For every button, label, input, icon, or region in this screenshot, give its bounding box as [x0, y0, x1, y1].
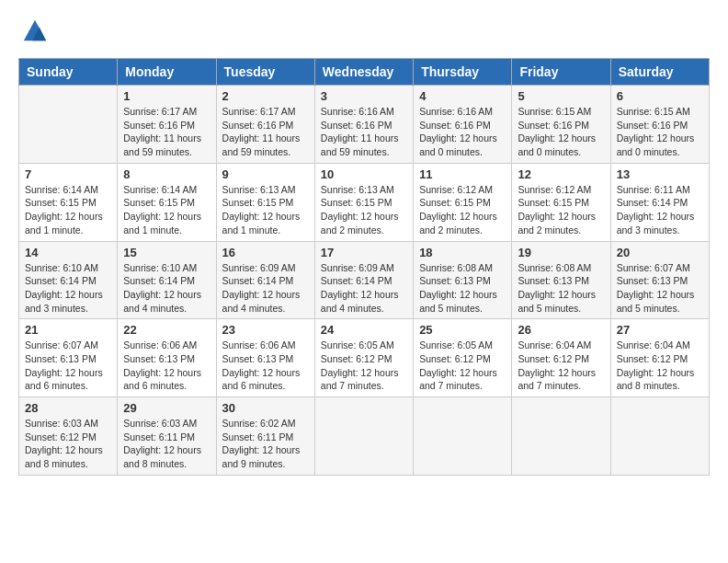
day-cell-1: 1Sunrise: 6:17 AMSunset: 6:16 PMDaylight…: [118, 86, 216, 164]
empty-cell: [414, 397, 512, 476]
empty-cell: [19, 86, 118, 164]
page-header: [18, 18, 710, 49]
day-cell-3: 3Sunrise: 6:16 AMSunset: 6:16 PMDaylight…: [314, 86, 413, 164]
day-cell-21: 21Sunrise: 6:07 AMSunset: 6:13 PMDayligh…: [19, 319, 118, 397]
day-cell-13: 13Sunrise: 6:11 AMSunset: 6:14 PMDayligh…: [610, 163, 709, 241]
day-info: Sunrise: 6:08 AMSunset: 6:13 PMDaylight:…: [518, 261, 604, 316]
week-row-2: 7Sunrise: 6:14 AMSunset: 6:15 PMDaylight…: [19, 163, 710, 241]
day-header-friday: Friday: [512, 59, 610, 86]
day-cell-14: 14Sunrise: 6:10 AMSunset: 6:14 PMDayligh…: [19, 241, 118, 319]
day-info: Sunrise: 6:11 AMSunset: 6:14 PMDaylight:…: [617, 183, 703, 237]
day-number: 28: [25, 401, 111, 415]
empty-cell: [512, 397, 610, 476]
day-info: Sunrise: 6:12 AMSunset: 6:15 PMDaylight:…: [518, 183, 604, 237]
day-header-wednesday: Wednesday: [314, 59, 413, 86]
day-info: Sunrise: 6:04 AMSunset: 6:12 PMDaylight:…: [518, 339, 604, 393]
day-number: 27: [617, 323, 703, 337]
logo: [18, 18, 48, 49]
day-number: 12: [518, 167, 604, 181]
day-number: 23: [222, 323, 309, 337]
day-cell-6: 6Sunrise: 6:15 AMSunset: 6:16 PMDaylight…: [610, 86, 709, 164]
day-number: 8: [123, 167, 210, 181]
day-cell-15: 15Sunrise: 6:10 AMSunset: 6:14 PMDayligh…: [118, 241, 216, 319]
day-info: Sunrise: 6:14 AMSunset: 6:15 PMDaylight:…: [25, 183, 111, 237]
day-cell-2: 2Sunrise: 6:17 AMSunset: 6:16 PMDaylight…: [216, 86, 314, 164]
day-cell-18: 18Sunrise: 6:08 AMSunset: 6:13 PMDayligh…: [414, 241, 512, 319]
day-header-tuesday: Tuesday: [216, 59, 314, 86]
day-number: 20: [617, 246, 703, 259]
day-number: 17: [321, 246, 407, 259]
week-row-4: 21Sunrise: 6:07 AMSunset: 6:13 PMDayligh…: [19, 319, 710, 397]
day-info: Sunrise: 6:07 AMSunset: 6:13 PMDaylight:…: [617, 261, 703, 316]
day-cell-22: 22Sunrise: 6:06 AMSunset: 6:13 PMDayligh…: [118, 319, 216, 397]
day-info: Sunrise: 6:05 AMSunset: 6:12 PMDaylight:…: [321, 339, 407, 393]
day-info: Sunrise: 6:13 AMSunset: 6:15 PMDaylight:…: [321, 183, 407, 237]
day-cell-17: 17Sunrise: 6:09 AMSunset: 6:14 PMDayligh…: [314, 241, 413, 319]
day-cell-25: 25Sunrise: 6:05 AMSunset: 6:12 PMDayligh…: [414, 319, 512, 397]
day-cell-9: 9Sunrise: 6:13 AMSunset: 6:15 PMDaylight…: [216, 163, 314, 241]
day-number: 5: [518, 89, 604, 103]
day-info: Sunrise: 6:08 AMSunset: 6:13 PMDaylight:…: [419, 261, 506, 316]
day-info: Sunrise: 6:07 AMSunset: 6:13 PMDaylight:…: [25, 339, 111, 393]
day-number: 19: [518, 246, 604, 259]
day-info: Sunrise: 6:16 AMSunset: 6:16 PMDaylight:…: [321, 105, 407, 159]
day-cell-4: 4Sunrise: 6:16 AMSunset: 6:16 PMDaylight…: [414, 86, 512, 164]
week-row-5: 28Sunrise: 6:03 AMSunset: 6:12 PMDayligh…: [19, 397, 710, 476]
day-info: Sunrise: 6:06 AMSunset: 6:13 PMDaylight:…: [123, 339, 210, 393]
day-number: 14: [25, 246, 111, 259]
logo-icon: [22, 18, 48, 44]
day-cell-26: 26Sunrise: 6:04 AMSunset: 6:12 PMDayligh…: [512, 319, 610, 397]
day-header-thursday: Thursday: [414, 59, 512, 86]
day-cell-27: 27Sunrise: 6:04 AMSunset: 6:12 PMDayligh…: [610, 319, 709, 397]
day-header-monday: Monday: [118, 59, 216, 86]
day-cell-8: 8Sunrise: 6:14 AMSunset: 6:15 PMDaylight…: [118, 163, 216, 241]
day-number: 4: [419, 89, 506, 103]
day-number: 16: [222, 246, 309, 259]
day-number: 1: [123, 89, 210, 103]
day-number: 3: [321, 89, 407, 103]
day-info: Sunrise: 6:15 AMSunset: 6:16 PMDaylight:…: [518, 105, 604, 159]
day-info: Sunrise: 6:04 AMSunset: 6:12 PMDaylight:…: [617, 339, 703, 393]
day-number: 6: [617, 89, 703, 103]
day-header-sunday: Sunday: [19, 59, 118, 86]
day-cell-5: 5Sunrise: 6:15 AMSunset: 6:16 PMDaylight…: [512, 86, 610, 164]
logo-text: [18, 18, 48, 49]
day-number: 18: [419, 246, 506, 259]
days-header-row: SundayMondayTuesdayWednesdayThursdayFrid…: [19, 59, 710, 86]
day-info: Sunrise: 6:14 AMSunset: 6:15 PMDaylight:…: [123, 183, 210, 237]
day-info: Sunrise: 6:02 AMSunset: 6:11 PMDaylight:…: [222, 417, 309, 471]
day-number: 13: [617, 167, 703, 181]
day-number: 11: [419, 167, 506, 181]
day-number: 22: [123, 323, 210, 337]
day-info: Sunrise: 6:17 AMSunset: 6:16 PMDaylight:…: [222, 105, 309, 159]
day-info: Sunrise: 6:10 AMSunset: 6:14 PMDaylight:…: [25, 261, 111, 316]
calendar-table: SundayMondayTuesdayWednesdayThursdayFrid…: [18, 58, 710, 476]
empty-cell: [314, 397, 413, 476]
day-number: 30: [222, 401, 309, 415]
day-cell-19: 19Sunrise: 6:08 AMSunset: 6:13 PMDayligh…: [512, 241, 610, 319]
day-number: 25: [419, 323, 506, 337]
day-info: Sunrise: 6:15 AMSunset: 6:16 PMDaylight:…: [617, 105, 703, 159]
day-number: 15: [123, 246, 210, 259]
week-row-1: 1Sunrise: 6:17 AMSunset: 6:16 PMDaylight…: [19, 86, 710, 164]
day-number: 9: [222, 167, 309, 181]
day-number: 29: [123, 401, 210, 415]
day-info: Sunrise: 6:10 AMSunset: 6:14 PMDaylight:…: [123, 261, 210, 316]
day-number: 7: [25, 167, 111, 181]
day-cell-29: 29Sunrise: 6:03 AMSunset: 6:11 PMDayligh…: [118, 397, 216, 476]
day-cell-16: 16Sunrise: 6:09 AMSunset: 6:14 PMDayligh…: [216, 241, 314, 319]
day-header-saturday: Saturday: [610, 59, 709, 86]
day-info: Sunrise: 6:05 AMSunset: 6:12 PMDaylight:…: [419, 339, 506, 393]
day-cell-12: 12Sunrise: 6:12 AMSunset: 6:15 PMDayligh…: [512, 163, 610, 241]
day-info: Sunrise: 6:03 AMSunset: 6:12 PMDaylight:…: [25, 417, 111, 471]
empty-cell: [610, 397, 709, 476]
day-number: 2: [222, 89, 309, 103]
day-info: Sunrise: 6:13 AMSunset: 6:15 PMDaylight:…: [222, 183, 309, 237]
day-cell-20: 20Sunrise: 6:07 AMSunset: 6:13 PMDayligh…: [610, 241, 709, 319]
day-info: Sunrise: 6:12 AMSunset: 6:15 PMDaylight:…: [419, 183, 506, 237]
week-row-3: 14Sunrise: 6:10 AMSunset: 6:14 PMDayligh…: [19, 241, 710, 319]
day-cell-10: 10Sunrise: 6:13 AMSunset: 6:15 PMDayligh…: [314, 163, 413, 241]
day-info: Sunrise: 6:16 AMSunset: 6:16 PMDaylight:…: [419, 105, 506, 159]
day-number: 10: [321, 167, 407, 181]
day-info: Sunrise: 6:09 AMSunset: 6:14 PMDaylight:…: [321, 261, 407, 316]
